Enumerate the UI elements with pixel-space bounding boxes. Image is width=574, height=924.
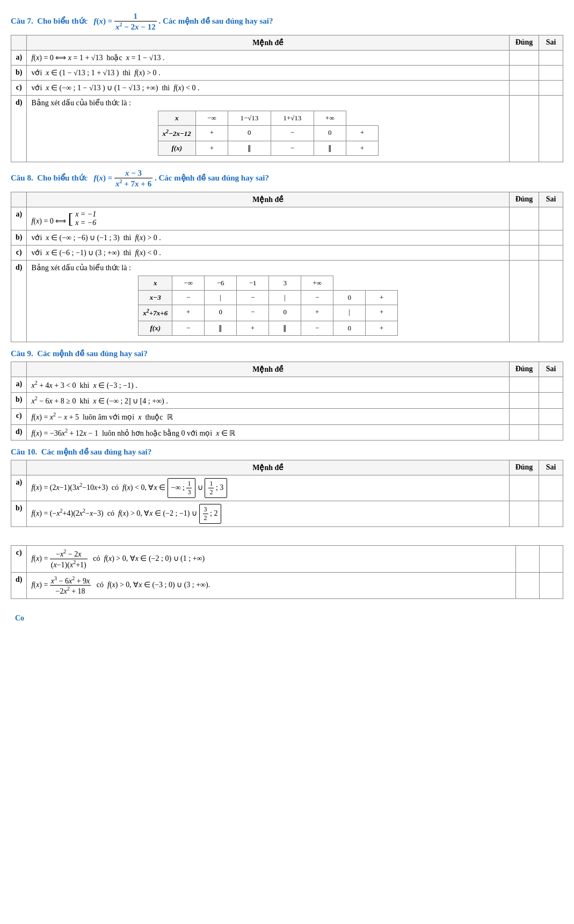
q10-label: Câu 10. — [11, 447, 37, 456]
q8-row-c-label: c) — [11, 246, 27, 261]
sign-cell: + — [172, 305, 205, 321]
sign-cell: + — [195, 141, 228, 156]
brace-line-2: x = −6 — [75, 219, 96, 227]
q7-row-c-dung — [510, 81, 539, 96]
q9-row-a-label: a) — [11, 377, 27, 393]
sign-cell: 0 — [228, 126, 271, 141]
q7-row-a-content: f(x) = 0 ⟺ x = 1 + √13 hoặc x = 1 − √13 … — [27, 50, 510, 66]
q10-question: Các mệnh đề sau đúng hay sai? — [39, 447, 151, 456]
q9-question: Các mệnh đề sau đúng hay sai? — [35, 349, 147, 358]
footer-text: Co — [15, 614, 24, 622]
q9-row-b-dung — [510, 393, 539, 409]
sign-cell: + — [346, 141, 378, 156]
q8-row-a-content: f(x) = 0 ⟺ [ x = −1 x = −6 — [27, 207, 510, 230]
q10-row-a-sai — [539, 475, 563, 501]
sign-cell: − — [172, 291, 205, 305]
table-row: d) Bảng xét dấu của biểu thức là : x −∞ … — [11, 261, 563, 342]
q10-row-a-dung — [510, 475, 539, 501]
q8-table: Mệnh đề Đúng Sai a) f(x) = 0 ⟺ [ x = −1 … — [11, 192, 563, 342]
sign-cell: 1+√13 — [271, 111, 314, 126]
sign-cell: − — [301, 291, 333, 305]
q10-row-c-content: f(x) = −x2 − 2x (x−1)(x2+1) có f(x) > 0,… — [27, 546, 515, 572]
sign-cell: − — [172, 321, 205, 335]
q8-row-d-label: d) — [11, 261, 27, 342]
q9-row-a-sai — [539, 377, 563, 393]
q8-row-a-dung — [510, 207, 539, 230]
table-row: b) f(x) = (−x2+4)(2x2−x−3) có f(x) > 0, … — [11, 501, 563, 527]
brace-left: [ — [68, 211, 73, 226]
q7-formula: 1 x2 − 2x − 12 — [114, 12, 157, 32]
q10-col-dung: Đúng — [510, 460, 539, 475]
q7-row-c-content: với x ∈ (−∞ ; 1 − √13 ) ∪ (1 − √13 ; +∞)… — [27, 81, 510, 96]
sign-cell: − — [301, 321, 333, 335]
q7-row-d-label: d) — [11, 96, 27, 162]
sign-row-label: x2−2x−12 — [158, 126, 195, 141]
table-row: d) Bảng xét dấu của biểu thức là : x −∞ … — [11, 96, 563, 162]
q10-c-text: f(x) = −x2 − 2x (x−1)(x2+1) có f(x) > 0,… — [31, 554, 205, 562]
q8-row-c-content: với x ∈ (−6 ; −1) ∪ (3 ; +∞) thì f(x) < … — [27, 246, 510, 261]
sign-cell: + — [366, 305, 398, 321]
q7-table: Mệnh đề Đúng Sai a) f(x) = 0 ⟺ x = 1 + √… — [11, 35, 563, 162]
q7-row-a-dung — [510, 50, 539, 66]
q10-row-d-dung — [515, 572, 539, 598]
table-row: c) với x ∈ (−∞ ; 1 − √13 ) ∪ (1 − √13 ; … — [11, 81, 563, 96]
sign-cell: 0 — [205, 305, 237, 321]
q7-label: Câu 7. — [11, 17, 33, 25]
page-gap — [11, 529, 563, 545]
sign-cell: +∞ — [301, 276, 333, 291]
q9-row-b-sai — [539, 393, 563, 409]
q9-col-sai: Sai — [539, 362, 563, 377]
q7-row-c-sai — [539, 81, 563, 96]
sign-row-label: x−3 — [139, 291, 172, 305]
q9-row-a-dung — [510, 377, 539, 393]
q8-question: . Các mệnh đề sau đúng hay sai? — [155, 174, 269, 182]
q7-col-sai: Sai — [539, 35, 563, 50]
table-row: a) f(x) = 0 ⟺ x = 1 + √13 hoặc x = 1 − √… — [11, 50, 563, 66]
brace-lines: x = −1 x = −6 — [75, 210, 96, 227]
sign-cell: | — [269, 291, 301, 305]
q7-row-b-dung — [510, 66, 539, 81]
q9-table: Mệnh đề Đúng Sai a) x2 + 4x + 3 < 0 khi … — [11, 362, 563, 441]
q9-col-dung: Đúng — [510, 362, 539, 377]
q10-col-menh-de: Mệnh đề — [27, 460, 510, 475]
sign-cell: −6 — [205, 276, 237, 291]
q8-sign-table: x −∞ −6 −1 3 +∞ x−3 − | − | — [138, 276, 398, 335]
q10-row-d-label: d) — [11, 572, 27, 598]
q9-col-menh-de: Mệnh đề — [27, 362, 510, 377]
q8-row-b-label: b) — [11, 230, 27, 246]
q10-row-c-dung — [515, 546, 539, 572]
sign-cell: − — [271, 141, 314, 156]
sign-cell: ‖ — [205, 321, 237, 335]
sign-header: x — [158, 111, 195, 126]
table-row: c) f(x) = x2 − x + 5 luôn âm với mọi x t… — [11, 408, 563, 424]
interval-a2: 1 2 ; 3 — [205, 478, 227, 498]
q7-row-b-label: b) — [11, 66, 27, 81]
q7-row-a-sai — [539, 50, 563, 66]
q7-col-dung: Đúng — [510, 35, 539, 50]
q8-col-sai: Sai — [539, 192, 563, 207]
table-row: d) f(x) = −36x2 + 12x − 1 luôn nhỏ hơn h… — [11, 424, 563, 441]
table-row: b) với x ∈ (1 − √13 ; 1 + √13 ) thì f(x)… — [11, 66, 563, 81]
table-row: b) x2 − 6x + 8 ≥ 0 khi x ∈ (−∞ ; 2] ∪ [4… — [11, 393, 563, 409]
table-row: b) với x ∈ (−∞ ; −6) ∪ (−1 ; 3) thì f(x)… — [11, 230, 563, 246]
sign-cell: | — [333, 305, 366, 321]
footer: Co — [11, 610, 563, 627]
sign-cell: 0 — [333, 321, 366, 335]
q10-row-b-sai — [539, 501, 563, 527]
q10-row-d-sai — [539, 572, 563, 598]
table-row: c) với x ∈ (−6 ; −1) ∪ (3 ; +∞) thì f(x)… — [11, 246, 563, 261]
q8-col-dung: Đúng — [510, 192, 539, 207]
sign-cell: − — [237, 305, 269, 321]
sign-cell: + — [195, 126, 228, 141]
q8-col-empty — [11, 192, 27, 207]
q8-row-c-dung — [510, 246, 539, 261]
q8-row-b-dung — [510, 230, 539, 246]
q10-row-a-content: f(x) = (2x−1)(3x2−10x+3) có f(x) < 0, ∀x… — [27, 475, 510, 501]
q9-row-d-sai — [539, 424, 563, 441]
q7-row-d-dung — [510, 96, 539, 162]
question-7-header: Câu 7. Cho biểu thức f(x) = 1 x2 − 2x − … — [11, 12, 563, 32]
q10-row-b-dung — [510, 501, 539, 527]
q9-row-c-dung — [510, 408, 539, 424]
sign-cell: + — [301, 305, 333, 321]
q7-col-menh-de: Mệnh đề — [27, 35, 510, 50]
